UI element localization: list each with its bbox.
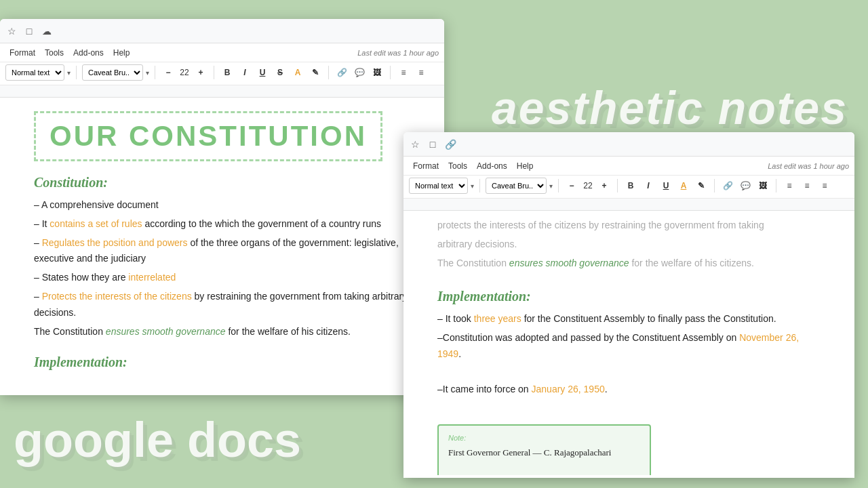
toolbar-icons-left: ☆ □ ☁ [5, 25, 53, 37]
impl-line-2: –Constitution was adopted and passed by … [437, 330, 821, 363]
doc-content-left[interactable]: OUR CONSTITUTION Constitution: – A compr… [0, 98, 444, 392]
body-line-4: – States how they are interrelated [34, 270, 410, 286]
folder-icon-right[interactable]: □ [427, 138, 439, 150]
impl-line-3: –It came into force on January 26, 1950. [437, 382, 821, 398]
body-line-6: The Constitution ensures smooth governan… [34, 324, 410, 340]
font-size-controls-left: − 22 + [161, 65, 208, 80]
format-bar-right: Normal text ▾ Caveat Bru... ▾ − 22 + B I… [403, 176, 854, 199]
highlight-interrelated: interrelated [128, 272, 176, 283]
italic-btn-left[interactable]: I [237, 65, 252, 80]
google-docs-label: google docs [14, 412, 301, 468]
body-line-3: – Regulates the position and powers of t… [34, 235, 410, 268]
style-selector-right[interactable]: Normal text [409, 178, 468, 194]
doc-window-right: ☆ □ 🔗 Format Tools Add-ons Help Last edi… [403, 132, 854, 478]
underline-btn-right[interactable]: U [658, 178, 673, 193]
continuation-ensures: ensures smooth governance [509, 258, 629, 268]
link-icon-right[interactable]: 🔗 [444, 138, 456, 150]
last-edit-left: Last edit was 1 hour ago [357, 49, 439, 57]
folder-icon[interactable]: □ [23, 25, 35, 37]
last-edit-right: Last edit was 1 hour ago [768, 162, 849, 170]
menu-addons[interactable]: Add-ons [69, 47, 108, 59]
cloud-icon[interactable]: ☁ [41, 25, 53, 37]
implementation-body: – It took three years for the Constituen… [437, 311, 821, 397]
font-size-controls-right: − 22 + [564, 178, 612, 193]
constitution-heading: Constitution: [34, 175, 410, 190]
body-line-1: – A comprehensive document [34, 197, 410, 214]
underline-btn-left[interactable]: U [255, 65, 270, 80]
aesthetic-notes-label: aesthetic notes [492, 81, 848, 134]
continuation-line2: arbitrary decisions. [437, 237, 821, 253]
menu-format[interactable]: Format [5, 47, 39, 59]
menu-tools[interactable]: Tools [41, 47, 68, 59]
doc-window-left: ☆ □ ☁ Format Tools Add-ons Help Last edi… [0, 19, 444, 395]
align-center-btn[interactable]: ≡ [414, 65, 429, 80]
menu-help[interactable]: Help [109, 47, 134, 59]
menu-bar-left: Format Tools Add-ons Help Last edit was … [0, 43, 444, 62]
highlight-jan-date: January 26, 1950 [532, 384, 605, 394]
link-btn-right[interactable]: 🔗 [720, 178, 735, 193]
note-label: Note: [448, 434, 640, 442]
font-size-value-left: 22 [177, 68, 192, 77]
implementation-heading-left: Implementation: [34, 354, 410, 370]
align-left-btn[interactable]: ≡ [396, 65, 411, 80]
align-right-btn-right[interactable]: ≡ [817, 178, 832, 193]
pencil-btn-left[interactable]: ✎ [308, 65, 323, 80]
align-left-btn-right[interactable]: ≡ [782, 178, 797, 193]
menu-help-right[interactable]: Help [513, 160, 538, 172]
comment-btn-right[interactable]: 💬 [738, 178, 753, 193]
continuation-line1: protects the interests of the citizens b… [437, 218, 821, 234]
highlight-contains: contains a set of rules [50, 218, 142, 229]
italic-btn-right[interactable]: I [641, 178, 656, 193]
menu-tools-right[interactable]: Tools [444, 160, 471, 172]
link-btn-left[interactable]: 🔗 [334, 65, 349, 80]
note-content-2: First President of Indian Union — Dr Raj… [448, 472, 640, 475]
highlight-nov-date: November 26, 1949 [437, 332, 799, 359]
image-btn-left[interactable]: 🖼 [370, 65, 384, 80]
note-content-1: First Governor General — C. Rajagopalach… [448, 446, 640, 460]
bold-btn-right[interactable]: B [623, 178, 638, 193]
toolbar-icons-right: ☆ □ 🔗 [409, 138, 456, 150]
doc-content-right[interactable]: protects the interests of the citizens b… [403, 211, 854, 475]
highlight-protects: Protects the interests of the citizens [42, 291, 192, 302]
ruler-left [0, 85, 444, 98]
toolbar-right: ☆ □ 🔗 [403, 132, 854, 157]
decrease-font-right[interactable]: − [564, 178, 579, 193]
highlight-btn-left[interactable]: A [290, 65, 305, 80]
highlight-regulates: Regulates the position and powers [42, 237, 188, 248]
highlight-color-right[interactable]: A [676, 178, 691, 193]
font-selector-left[interactable]: Caveat Bru... [82, 64, 143, 81]
implementation-heading-right: Implementation: [437, 289, 821, 304]
body-line-5: – Protects the interests of the citizens… [34, 289, 410, 321]
highlight-ensures: ensures smooth governance [106, 326, 226, 337]
ruler-right [403, 199, 854, 211]
star-icon-right[interactable]: ☆ [409, 138, 421, 150]
impl-line-1: – It took three years for the Constituen… [437, 311, 821, 327]
doc-body-top-right: protects the interests of the citizens b… [437, 218, 821, 271]
format-bar-left: Normal text ▾ Caveat Bru... ▾ − 22 + B I… [0, 62, 444, 85]
body-line-2: – It contains a set of rules according t… [34, 216, 410, 232]
constitution-body: – A comprehensive document – It contains… [34, 197, 410, 340]
toolbar-left: ☆ □ ☁ [0, 19, 444, 43]
menu-format-right[interactable]: Format [409, 160, 443, 172]
font-size-value-right: 22 [580, 181, 595, 190]
highlight-three-years: three years [474, 313, 521, 324]
increase-font-left[interactable]: + [193, 65, 208, 80]
style-selector-left[interactable]: Normal text [5, 64, 64, 81]
bold-btn-left[interactable]: B [220, 65, 235, 80]
align-center-btn-right[interactable]: ≡ [800, 178, 814, 193]
menu-addons-right[interactable]: Add-ons [473, 160, 511, 172]
note-box: Note: First Governor General — C. Rajago… [437, 424, 651, 475]
comment-btn-left[interactable]: 💬 [352, 65, 367, 80]
continuation-line3: The Constitution ensures smooth governan… [437, 256, 821, 272]
image-btn-right[interactable]: 🖼 [755, 178, 770, 193]
pencil-btn-right[interactable]: ✎ [694, 178, 709, 193]
menu-bar-right: Format Tools Add-ons Help Last edit was … [403, 157, 854, 176]
strikethrough-btn-left[interactable]: S [273, 65, 288, 80]
decrease-font-left[interactable]: − [161, 65, 176, 80]
constitution-title: OUR CONSTITUTION [34, 111, 382, 161]
star-icon[interactable]: ☆ [5, 25, 18, 37]
increase-font-right[interactable]: + [597, 178, 612, 193]
note-section: Note: First Governor General — C. Rajago… [437, 418, 821, 475]
font-selector-right[interactable]: Caveat Bru... [486, 178, 547, 194]
